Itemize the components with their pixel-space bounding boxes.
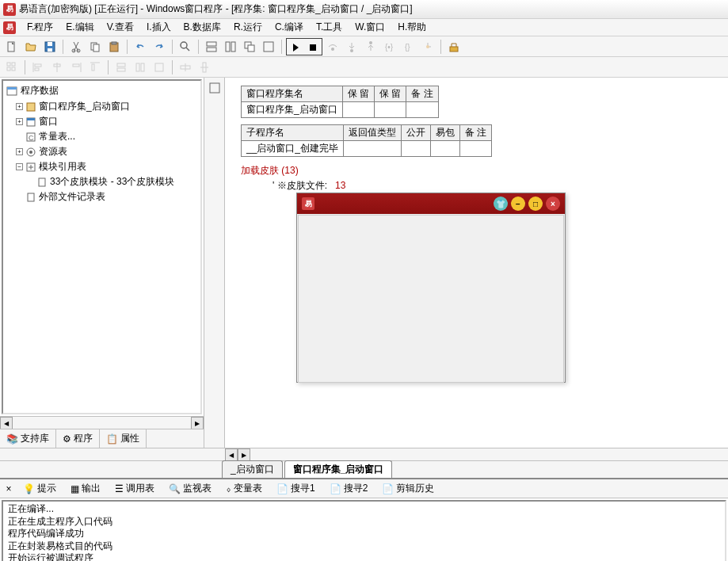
menu-edit[interactable]: E.编辑 (59, 19, 100, 36)
window-tile-v-button[interactable] (222, 38, 239, 55)
preview-titlebar[interactable]: 易 👕 − □ × (297, 193, 565, 214)
tree-item-skinmodule[interactable]: 33个皮肤模块 - 33个皮肤模块 (27, 174, 199, 189)
td-cell[interactable] (406, 102, 438, 118)
tree-item-constants[interactable]: C 常量表... (16, 129, 199, 144)
vtool-1[interactable] (206, 79, 223, 97)
form-preview-window[interactable]: 易 👕 − □ × (296, 193, 566, 383)
tab-program[interactable]: ⚙ 程序 (56, 429, 100, 448)
td-cell[interactable] (460, 141, 492, 157)
build-button[interactable] (445, 38, 463, 55)
code-scroll-track[interactable] (250, 448, 728, 460)
open-file-button[interactable] (22, 38, 40, 55)
output-text[interactable]: 正在编译... 正在生成主程序入口代码 程序代码编译成功 正在封装易格式目的代码… (2, 500, 726, 561)
output-line: 开始运行被调试程序 (8, 552, 720, 561)
cut-button[interactable] (67, 38, 85, 55)
resource-icon (25, 147, 36, 158)
tree-hscroll[interactable]: ◀ ▶ (0, 416, 204, 429)
breakpoint-toggle-button[interactable]: {} (400, 38, 417, 55)
project-tree[interactable]: 程序数据 + 窗口程序集_启动窗口 + 窗口 C 常量表... (2, 79, 202, 414)
left-panel-tabs: 📚 支持库 ⚙ 程序 📋 属性 (0, 429, 204, 448)
th-public: 公开 (402, 125, 431, 141)
td-cell[interactable] (402, 141, 431, 157)
code-editor[interactable]: 窗口程序集名 保 留 保 留 备 注 窗口程序集_启动窗口 子程序名 返回值类型… (225, 78, 728, 448)
menu-insert[interactable]: I.插入 (140, 19, 177, 36)
scroll-left-button[interactable]: ◀ (0, 417, 13, 429)
scroll-right-button[interactable]: ▶ (191, 417, 204, 429)
menu-database[interactable]: B.数据库 (177, 19, 227, 36)
output-tab-search1[interactable]: 📄搜寻1 (271, 479, 321, 498)
td-cell[interactable] (375, 102, 406, 118)
code-scroll-left[interactable]: ◀ (225, 448, 238, 461)
stop-button[interactable] (304, 39, 322, 56)
tree-root[interactable]: 程序数据 (5, 82, 199, 99)
paste-button[interactable] (105, 38, 123, 55)
window-single-button[interactable] (260, 38, 277, 55)
menu-view[interactable]: V.查看 (101, 19, 140, 36)
menu-tools[interactable]: T.工具 (310, 19, 349, 36)
menu-help[interactable]: H.帮助 (391, 19, 433, 36)
tree-item-resources[interactable]: + 资源表 (16, 144, 199, 159)
td-cell[interactable] (431, 141, 460, 157)
expand-icon[interactable]: + (16, 103, 23, 110)
doc-icon: 📄 (382, 483, 394, 494)
output-tab-search2[interactable]: 📄搜寻2 (324, 479, 374, 498)
code-line-1[interactable]: 加载皮肤 (13) (241, 163, 720, 178)
svg-rect-37 (136, 63, 139, 71)
new-file-button[interactable] (3, 38, 21, 55)
find-button[interactable] (177, 38, 194, 55)
output-tab-watch[interactable]: 🔍监视表 (163, 479, 217, 498)
expand-icon[interactable]: − (16, 163, 23, 170)
output-icon: ▦ (71, 483, 79, 494)
expand-icon[interactable]: + (16, 118, 23, 125)
td-subprog-name[interactable]: __启动窗口_创建完毕 (242, 141, 344, 157)
output-tab-callstack[interactable]: ☰调用表 (109, 479, 160, 498)
align-left-button (29, 59, 47, 76)
window-cascade-button[interactable] (241, 38, 258, 55)
tab-progset-startwindow[interactable]: 窗口程序集_启动窗口 (284, 460, 393, 478)
output-tab-cliphistory[interactable]: 📄剪辑历史 (376, 479, 440, 498)
toolbar-main: {•} {} (0, 36, 728, 57)
preview-user-button[interactable]: 👕 (494, 197, 508, 211)
menu-program[interactable]: F.程序 (21, 19, 59, 36)
redo-button[interactable] (151, 38, 168, 55)
tree-item-window[interactable]: + 窗口 (16, 114, 199, 129)
breakpoint-button[interactable]: {•} (381, 38, 398, 55)
tab-startwindow[interactable]: _启动窗口 (222, 460, 283, 478)
preview-close-button[interactable]: × (546, 197, 560, 211)
save-button[interactable] (41, 38, 59, 55)
td-cell[interactable] (344, 141, 402, 157)
code-line-2[interactable]: ' ※皮肤文件: 13 (241, 178, 720, 193)
menu-window[interactable]: W.窗口 (349, 19, 391, 36)
menu-run[interactable]: R.运行 (227, 19, 269, 36)
th-progset-name: 窗口程序集名 (242, 86, 343, 102)
tree-item-modrefs[interactable]: − 模块引用表 (16, 159, 199, 174)
run-button[interactable] (287, 39, 304, 56)
tab-property[interactable]: 📋 属性 (100, 429, 147, 448)
tab-support-lib[interactable]: 📚 支持库 (0, 429, 56, 448)
code-scroll-right[interactable]: ▶ (238, 448, 250, 461)
preview-maximize-button[interactable]: □ (528, 197, 543, 211)
copy-button[interactable] (86, 38, 104, 55)
td-cell[interactable] (342, 102, 374, 118)
step-over-button[interactable] (324, 38, 341, 55)
step-out-button[interactable] (362, 38, 379, 55)
output-tab-output[interactable]: ▦输出 (65, 479, 106, 498)
preview-body[interactable] (298, 215, 564, 383)
watch-button[interactable] (419, 38, 436, 55)
svg-rect-46 (27, 118, 35, 120)
scroll-track[interactable] (13, 417, 191, 429)
window-tile-h-button[interactable] (203, 38, 220, 55)
preview-minimize-button[interactable]: − (511, 197, 525, 211)
td-progset-name[interactable]: 窗口程序集_启动窗口 (242, 102, 343, 118)
svg-rect-35 (117, 63, 125, 67)
expand-icon[interactable]: + (16, 148, 23, 155)
undo-button[interactable] (131, 38, 149, 55)
tree-item-extfiles[interactable]: 外部文件记录表 (16, 189, 199, 204)
tree-item-winprogset[interactable]: + 窗口程序集_启动窗口 (16, 99, 199, 114)
th-remark: 备 注 (406, 86, 438, 102)
menu-compile[interactable]: C.编译 (269, 19, 310, 36)
output-tab-vars[interactable]: ⬨变量表 (220, 479, 268, 498)
step-into-button[interactable] (343, 38, 360, 55)
output-tab-hint[interactable]: 💡提示 (17, 479, 62, 498)
output-close-button[interactable]: × (3, 483, 14, 494)
